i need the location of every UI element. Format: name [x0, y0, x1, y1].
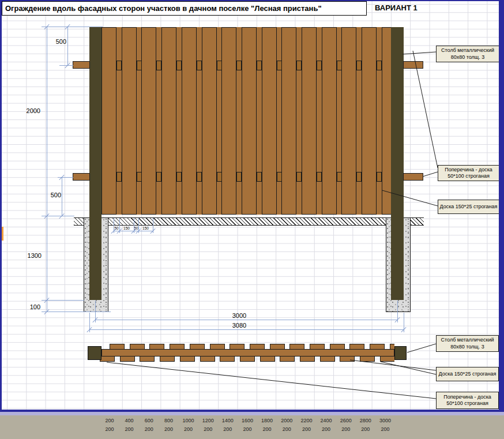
fence-board: [122, 27, 137, 215]
ruler-value: 2400: [317, 418, 336, 423]
crossbar-stub-top-left: [73, 61, 90, 69]
callout-text: 50*100 строганая: [437, 400, 498, 407]
callout-text: 80х80 толщ. 3: [437, 54, 499, 61]
dimension-line: [62, 177, 62, 216]
plan-board-back: [300, 356, 315, 362]
crossbar-through-gap: [217, 172, 222, 182]
fence-board: [382, 27, 391, 215]
crossbar-through-gap: [317, 172, 322, 182]
ruler-value: 800: [159, 418, 178, 423]
crossbar-through-gap: [137, 61, 142, 70]
callout-crossbar-elevation: Поперечина - доска 50*100 строганая: [438, 165, 499, 181]
callout-text: Доска 150*25 строганая: [438, 204, 499, 211]
ground-hatch: [74, 217, 424, 226]
crossbar-through-gap: [176, 61, 182, 70]
ruler-value: 1000: [179, 418, 198, 423]
plan-board-front: [130, 344, 145, 350]
plan-board-front: [370, 344, 385, 350]
crossbar-through-gap: [277, 61, 282, 70]
ruler-value: 200: [100, 418, 119, 423]
window-border-top: [0, 0, 504, 1]
fence-board: [141, 27, 156, 215]
ruler-value: 2600: [336, 418, 356, 423]
callout-board-plan: Доска 150*25 строганая: [436, 367, 499, 381]
crossbar-through-gap: [257, 61, 262, 70]
plan-board-front: [390, 344, 394, 350]
ruler-unit: 200: [179, 426, 198, 432]
ruler-unit: 200: [296, 426, 316, 432]
fence-panel: [101, 27, 391, 215]
dim-base-pad: 100: [23, 303, 40, 310]
plan-board-back: [360, 356, 375, 362]
crossbar-through-gap: [236, 61, 242, 70]
dimension-line: [47, 27, 47, 312]
dim-bottom-offset: 500: [43, 192, 61, 198]
plan-board-back: [220, 356, 235, 362]
plan-board-front: [270, 344, 285, 350]
dimension-line: [67, 27, 68, 65]
fence-board: [221, 27, 236, 215]
dimension-line: [89, 329, 404, 330]
plan-board-front: [170, 344, 185, 350]
plan-board-back: [160, 356, 175, 362]
crossbar-through-gap: [296, 61, 302, 70]
crossbar-through-gap: [197, 61, 202, 70]
dimension-line: [95, 320, 397, 320]
fence-board: [362, 27, 377, 215]
crossbar-through-gap: [337, 61, 342, 70]
dim-panel-height: 2000: [22, 107, 40, 114]
plan-board-back: [380, 356, 394, 362]
dim-top-offset: 500: [49, 38, 66, 45]
plan-board-front: [230, 344, 245, 350]
dim-span-centers: 3000: [222, 312, 257, 319]
crossbar-through-gap: [176, 172, 182, 182]
plan-board-back: [240, 356, 255, 362]
plan-board-front: [349, 344, 364, 350]
plan-board-front: [190, 344, 205, 350]
dim-span-outer: 3080: [222, 322, 257, 329]
callout-crossbar-plan: Поперечина - доска 50*100 строганая: [436, 392, 499, 409]
crossbar-through-gap: [377, 172, 382, 182]
ruler-value: 1200: [198, 418, 218, 423]
plan-board-back: [180, 356, 195, 362]
callout-text: 50*100 строганая: [438, 173, 499, 180]
dim-pitch-3: 150: [141, 226, 151, 230]
ruler-unit: 200: [100, 426, 119, 432]
callout-text: Поперечина - доска: [437, 394, 498, 401]
dimension-line: [42, 27, 103, 27]
crossbar-through-gap: [116, 61, 122, 70]
elevation-post-right: [391, 27, 404, 300]
plan-board-back: [260, 356, 275, 362]
plan-board-front: [250, 344, 265, 350]
crossbar-through-gap: [317, 61, 322, 70]
fence-board: [202, 27, 217, 215]
crossbar-through-gap: [337, 172, 342, 182]
dim-embed-depth: 1300: [22, 252, 42, 259]
ruler-unit: 200: [119, 426, 139, 432]
crossbar-through-gap: [377, 61, 382, 70]
plan-board-back: [100, 356, 115, 362]
ruler-value: 1800: [257, 418, 277, 423]
window-border-right[interactable]: [499, 0, 504, 410]
callout-board-elevation: Доска 150*25 строганая: [438, 200, 499, 214]
drawing-canvas: 500 2000 500 1300 100 3000 3080 50 150 5…: [0, 0, 504, 439]
plan-board-front: [210, 344, 225, 350]
crossbar-stub-bottom-left: [73, 173, 90, 181]
fence-board: [161, 27, 176, 215]
crossbar-through-gap: [356, 172, 362, 182]
window-border-left: [0, 0, 2, 410]
crossbar-through-gap: [296, 172, 302, 182]
callout-text: Доска 150*25 строганая: [437, 371, 498, 378]
ruler-band: 2002004002006002008002001000200120020014…: [0, 415, 504, 439]
plan-board-front: [330, 344, 345, 350]
crossbar-through-gap: [137, 172, 142, 182]
callout-text: Столб металлический: [437, 337, 498, 344]
dim-pitch-1: 150: [122, 226, 131, 230]
ruler-unit: 200: [198, 426, 218, 432]
plan-board-back: [120, 356, 135, 362]
fence-board: [101, 27, 116, 215]
plan-post-right: [394, 346, 407, 360]
ruler-value: 400: [119, 418, 139, 423]
ruler-unit: 200: [257, 426, 277, 432]
crossbar-through-gap: [116, 172, 122, 182]
